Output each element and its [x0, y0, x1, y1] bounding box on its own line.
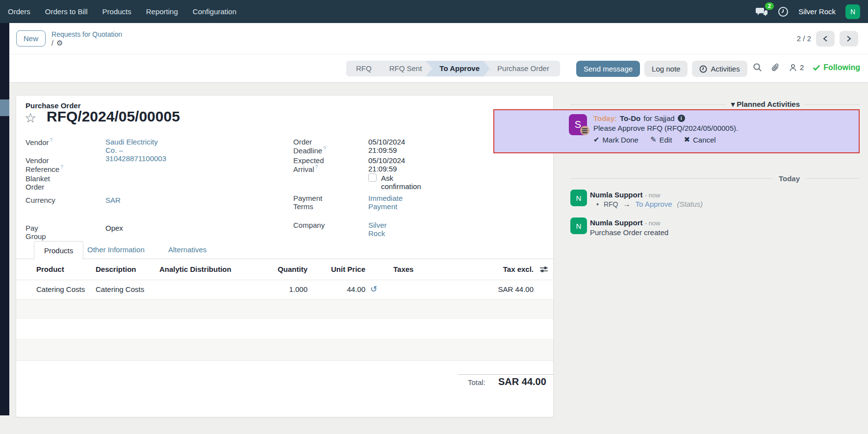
notebook-tabs: Products Other Information Alternatives: [16, 241, 553, 259]
help-mark: ?: [315, 165, 318, 170]
planned-activities-header: ▾ Planned Activities: [570, 100, 860, 109]
left-scrollbar-track[interactable]: [0, 23, 9, 415]
company-name[interactable]: Silver Rock: [798, 7, 836, 16]
activity-type: To-Do: [620, 114, 640, 122]
breadcrumb-bar: New Requests for Quotation / ⚙ 2 / 2: [9, 23, 868, 54]
cell-product[interactable]: Catering Costs: [36, 285, 85, 293]
nav-item-products[interactable]: Products: [102, 7, 131, 16]
status-bar: RFQ RFQ Sent To Approve Purchase Order: [346, 61, 560, 76]
nav-item-orders[interactable]: Orders: [8, 7, 30, 16]
activity-avatar-badge-icon: [580, 126, 589, 135]
nav-item-reporting[interactable]: Reporting: [146, 7, 178, 16]
message-author: Numla Support: [590, 218, 643, 227]
attachment-icon[interactable]: [771, 63, 780, 72]
tab-alternatives[interactable]: Alternatives: [158, 241, 216, 259]
order-deadline-label: Order Deadline?: [293, 138, 326, 155]
empty-row[interactable]: [16, 319, 553, 339]
log-note-button[interactable]: Log note: [644, 61, 688, 77]
gear-icon[interactable]: ⚙: [56, 39, 63, 48]
status-step-purchase-order[interactable]: Purchase Order: [484, 61, 560, 76]
cell-quantity[interactable]: 1.000: [289, 285, 307, 293]
user-avatar[interactable]: N: [845, 4, 860, 19]
empty-row[interactable]: [16, 300, 553, 318]
tab-other-information[interactable]: Other Information: [77, 241, 154, 259]
blanket-order-label: Blanket Order: [26, 174, 50, 191]
col-analytic-distribution: Analytic Distribution: [159, 265, 231, 273]
purchase-order-form: Purchase Order ☆ RFQ/2024/05/00005 Vendo…: [16, 95, 554, 417]
search-icon[interactable]: [753, 63, 762, 72]
payment-terms-value[interactable]: Immediate Payment: [368, 194, 403, 211]
message-avatar[interactable]: N: [570, 190, 587, 206]
status-step-to-approve[interactable]: To Approve: [426, 61, 490, 76]
order-lines-header: Product Description Analytic Distributio…: [16, 259, 553, 280]
cancel-activity-button[interactable]: ✖ Cancel: [684, 135, 715, 144]
col-unit-price: Unit Price: [331, 265, 365, 273]
blanket-order-input[interactable]: [105, 174, 253, 184]
vendor-reference-input[interactable]: [105, 156, 253, 166]
control-panel: RFQ RFQ Sent To Approve Purchase Order S…: [9, 54, 868, 83]
left-scrollbar-thumb[interactable]: [0, 99, 9, 116]
tracking-new-value[interactable]: To Approve: [635, 200, 672, 208]
pager-counter: 2 / 2: [797, 34, 811, 43]
breadcrumb-parent-link[interactable]: Requests for Quotation: [51, 30, 122, 39]
empty-row[interactable]: [16, 340, 553, 361]
favorite-star-icon[interactable]: ☆: [25, 110, 36, 126]
vendor-reference-label: Vendor Reference?: [26, 156, 63, 173]
edit-activity-button[interactable]: ✎ Edit: [650, 135, 672, 144]
tracking-field-name: (Status): [677, 200, 703, 208]
col-product: Product: [36, 265, 64, 273]
message-time: - now: [645, 219, 661, 227]
expected-arrival-value[interactable]: 05/10/2024 21:09:59: [368, 156, 405, 173]
price-history-icon[interactable]: ↺: [370, 284, 377, 294]
currency-label: Currency: [26, 196, 55, 204]
activities-clock-icon[interactable]: [778, 6, 789, 17]
total-label: Total:: [468, 378, 485, 386]
mark-done-button[interactable]: ✔ Mark Done: [593, 135, 638, 144]
tab-products[interactable]: Products: [34, 241, 83, 260]
message-time: - now: [645, 192, 661, 199]
currency-value[interactable]: SAR: [105, 196, 121, 204]
col-description: Description: [96, 265, 136, 273]
help-mark: ?: [60, 165, 63, 170]
cell-description[interactable]: Catering Costs: [96, 285, 144, 293]
nav-menus: Orders Orders to Bill Products Reporting…: [8, 7, 236, 16]
following-button[interactable]: Following: [813, 63, 860, 72]
ask-confirmation-checkbox[interactable]: [368, 173, 377, 182]
bullet: •: [596, 200, 599, 208]
followers-button[interactable]: 2: [789, 63, 804, 72]
order-deadline-value[interactable]: 05/10/2024 21:09:59: [368, 138, 405, 154]
message-avatar[interactable]: N: [570, 217, 587, 234]
optional-columns-icon[interactable]: [540, 266, 548, 273]
cell-unit-price[interactable]: 44.00: [347, 285, 365, 293]
messages-icon[interactable]: 2: [755, 6, 768, 17]
person-icon: [789, 63, 797, 72]
order-line-row[interactable]: Catering Costs Catering Costs 1.000 44.0…: [16, 280, 553, 300]
cell-subtotal: SAR 44.00: [498, 285, 534, 293]
status-step-rfq-sent[interactable]: RFQ Sent: [376, 61, 433, 76]
col-taxes: Taxes: [393, 265, 413, 273]
nav-item-configuration[interactable]: Configuration: [193, 7, 236, 16]
pager-next-button[interactable]: [840, 31, 858, 47]
page-title: RFQ/2024/05/00005: [47, 108, 180, 125]
nav-item-orders-to-bill[interactable]: Orders to Bill: [45, 7, 88, 16]
tracking-line: • RFQ → To Approve (Status): [596, 200, 703, 208]
message-header: Numla Support - now: [590, 191, 660, 199]
messages-badge: 2: [765, 2, 774, 10]
planned-activities-toggle[interactable]: ▾ Planned Activities: [731, 100, 800, 109]
divider: [806, 178, 860, 179]
vendor-label: Vendor?: [26, 138, 52, 146]
send-message-button[interactable]: Send message: [576, 61, 640, 77]
expected-arrival-label: Expected Arrival?: [293, 156, 324, 173]
new-button[interactable]: New: [16, 30, 46, 47]
top-navbar: Orders Orders to Bill Products Reporting…: [0, 0, 868, 23]
activities-button[interactable]: Activities: [692, 61, 747, 77]
total-divider: [458, 374, 553, 375]
info-icon[interactable]: i: [678, 115, 685, 122]
pager-previous-button[interactable]: [816, 31, 835, 47]
payment-terms-label: Payment Terms: [293, 194, 322, 211]
company-value[interactable]: Silver Rock: [368, 221, 387, 238]
status-step-rfq[interactable]: RFQ: [346, 61, 383, 76]
pay-group-value[interactable]: Opex: [105, 224, 123, 232]
col-tax-excl: Tax excl.: [503, 265, 534, 273]
date-divider-label: Today: [779, 174, 800, 183]
